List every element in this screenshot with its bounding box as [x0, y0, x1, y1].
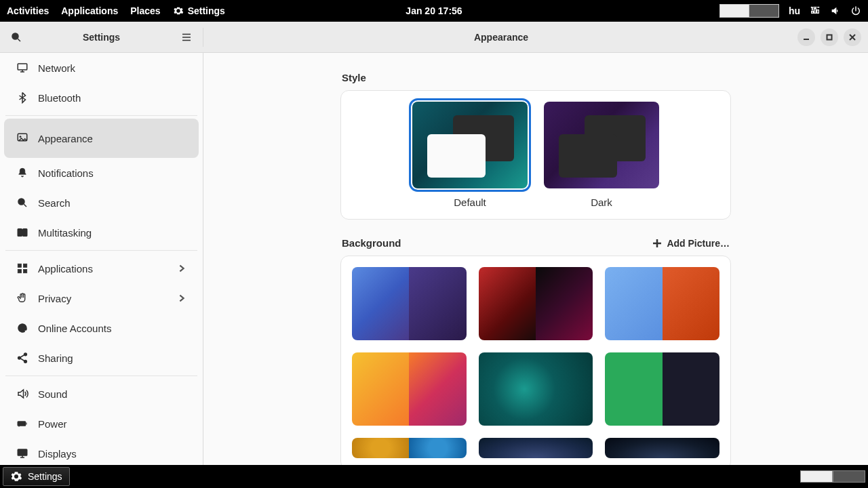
- svg-rect-20: [18, 449, 27, 455]
- background-thumb-4[interactable]: [352, 352, 467, 426]
- sidebar-item-bluetooth[interactable]: Bluetooth: [4, 83, 199, 113]
- search-icon: [16, 197, 28, 209]
- at-icon: [16, 322, 28, 334]
- places-menu[interactable]: Places: [130, 5, 160, 16]
- sidebar-item-network[interactable]: Network: [4, 53, 199, 83]
- minimize-icon: [803, 34, 810, 41]
- sidebar-item-label: Notifications: [38, 167, 186, 179]
- gear-icon: [10, 470, 22, 483]
- bottom-taskbar: Settings: [0, 465, 868, 488]
- settings-window: Settings Appearance Network Bluetooth: [0, 22, 868, 465]
- add-picture-label: Add Picture…: [667, 238, 730, 249]
- sidebar-item-displays[interactable]: Displays: [4, 439, 199, 465]
- clock[interactable]: Jan 20 17:56: [406, 5, 462, 16]
- style-option-default[interactable]: Default: [412, 102, 528, 208]
- sidebar-item-label: Appearance: [38, 133, 186, 144]
- sidebar-item-label: Applications: [38, 263, 167, 274]
- background-thumb-9[interactable]: [605, 438, 719, 458]
- sidebar-item-multitasking[interactable]: Multitasking: [4, 218, 199, 247]
- multitasking-icon: [16, 226, 28, 239]
- plus-icon: [652, 238, 663, 249]
- hamburger-icon: [180, 31, 193, 43]
- battery-icon: [16, 418, 28, 430]
- search-button[interactable]: [7, 28, 26, 47]
- svg-rect-13: [18, 270, 21, 273]
- background-thumb-8[interactable]: [479, 438, 593, 458]
- svg-rect-12: [24, 264, 27, 267]
- sidebar-item-power[interactable]: Power: [4, 409, 199, 439]
- sidebar-item-label: Sound: [38, 388, 186, 400]
- volume-icon[interactable]: [830, 5, 841, 16]
- svg-rect-11: [18, 264, 21, 267]
- maximize-button[interactable]: [821, 28, 838, 46]
- sidebar-title: Settings: [83, 32, 120, 43]
- network-status-icon[interactable]: [810, 5, 821, 16]
- bluetooth-icon: [16, 92, 28, 104]
- keyboard-layout-indicator[interactable]: hu: [789, 5, 800, 16]
- top-panel: Activities Applications Places Settings …: [0, 0, 868, 22]
- primary-menu-button[interactable]: [177, 28, 196, 47]
- background-thumb-2[interactable]: [479, 267, 593, 340]
- chevron-right-icon: [177, 264, 186, 273]
- background-thumb-3[interactable]: [605, 267, 719, 340]
- sidebar-item-sound[interactable]: Sound: [4, 379, 199, 409]
- sidebar-item-search[interactable]: Search: [4, 188, 199, 218]
- sidebar-item-label: Search: [38, 197, 186, 209]
- share-icon: [16, 352, 28, 364]
- background-heading: Background: [342, 237, 652, 249]
- monitor-icon: [16, 62, 28, 74]
- settings-sidebar: Network Bluetooth Appearance Notificatio…: [0, 53, 203, 465]
- style-option-dark[interactable]: Dark: [544, 102, 659, 208]
- sidebar-item-label: Multitasking: [38, 227, 186, 239]
- applications-menu[interactable]: Applications: [61, 5, 118, 16]
- sidebar-item-sharing[interactable]: Sharing: [4, 343, 199, 373]
- background-thumb-5[interactable]: [479, 352, 593, 426]
- sidebar-item-applications[interactable]: Applications: [4, 253, 199, 283]
- style-label: Default: [412, 197, 528, 208]
- page-title: Appearance: [210, 32, 792, 43]
- sidebar-item-notifications[interactable]: Notifications: [4, 158, 199, 188]
- activities-button[interactable]: Activities: [7, 5, 49, 16]
- sidebar-item-label: Bluetooth: [38, 92, 186, 104]
- background-thumb-7[interactable]: [352, 438, 467, 458]
- sidebar-item-label: Sharing: [38, 352, 186, 364]
- add-picture-button[interactable]: Add Picture…: [652, 238, 730, 249]
- search-icon: [10, 31, 22, 43]
- sidebar-item-appearance[interactable]: Appearance: [4, 119, 199, 158]
- appearance-panel: Style Default Dark: [203, 53, 868, 465]
- sidebar-item-label: Network: [38, 62, 186, 74]
- app-menu[interactable]: Settings: [173, 5, 225, 16]
- sidebar-item-privacy[interactable]: Privacy: [4, 283, 199, 313]
- sidebar-item-label: Privacy: [38, 293, 167, 304]
- background-thumb-6[interactable]: [605, 352, 719, 426]
- svg-point-7: [20, 136, 21, 138]
- background-thumb-1[interactable]: [352, 267, 467, 340]
- sidebar-item-online-accounts[interactable]: Online Accounts: [4, 313, 199, 343]
- style-heading: Style: [342, 72, 730, 83]
- svg-rect-14: [24, 270, 27, 273]
- display-icon: [16, 447, 28, 460]
- sidebar-item-label: Power: [38, 418, 186, 430]
- background-section: Background Add Picture…: [340, 237, 731, 465]
- close-button[interactable]: [844, 28, 861, 46]
- taskbar-app-settings[interactable]: Settings: [3, 467, 70, 486]
- sidebar-item-label: Online Accounts: [38, 323, 186, 334]
- header-bar: Settings Appearance: [0, 22, 868, 53]
- style-label: Dark: [544, 197, 659, 208]
- taskbar-app-label: Settings: [28, 471, 62, 482]
- taskbar-battery-indicator[interactable]: [800, 470, 865, 483]
- style-section: Style Default Dark: [340, 72, 731, 220]
- power-icon[interactable]: [850, 5, 861, 16]
- style-thumb-dark: [544, 102, 659, 188]
- gear-icon: [173, 5, 184, 16]
- sound-icon: [16, 388, 28, 400]
- sidebar-item-label: Displays: [38, 448, 186, 460]
- maximize-icon: [826, 34, 833, 41]
- svg-rect-10: [23, 229, 27, 237]
- battery-indicator[interactable]: [719, 4, 779, 18]
- minimize-button[interactable]: [797, 28, 815, 46]
- brush-icon: [16, 132, 28, 144]
- close-icon: [849, 34, 856, 41]
- chevron-right-icon: [177, 293, 186, 303]
- hand-icon: [16, 292, 28, 304]
